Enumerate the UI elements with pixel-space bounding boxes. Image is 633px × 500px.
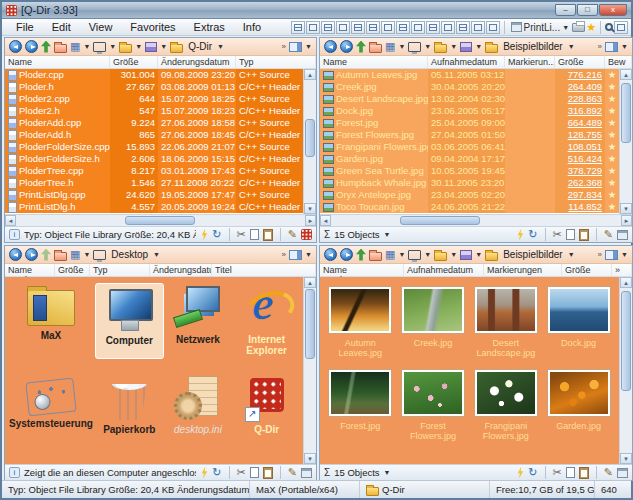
scroll-up-icon[interactable]: ▲ — [620, 277, 632, 288]
scrollbar-thumb[interactable] — [621, 83, 631, 143]
table-row[interactable]: Oryx Antelope.jpg 23.04.2005 02:20 297.8… — [320, 189, 619, 201]
refresh-icon[interactable]: ↻ — [212, 467, 221, 478]
horizontal-scrollbar[interactable]: ◄ ► — [320, 214, 632, 226]
rename-icon[interactable]: ✎ — [604, 229, 613, 240]
paste-icon[interactable] — [263, 467, 273, 479]
column-header[interactable]: Aufnahmedatum — [428, 56, 505, 68]
column-header[interactable]: Name — [5, 56, 110, 68]
scroll-right-icon[interactable]: ► — [305, 215, 316, 226]
table-row[interactable]: PloderAdd.cpp 9.224 27.06.2009 18:58 C++… — [5, 117, 303, 129]
scroll-up-icon[interactable]: ▲ — [620, 69, 632, 80]
vertical-scrollbar[interactable]: ▲ ▼ — [619, 69, 632, 214]
back-icon[interactable] — [9, 40, 22, 53]
layout-button[interactable] — [291, 21, 305, 34]
column-header[interactable]: Name — [5, 264, 55, 276]
up-icon[interactable] — [41, 249, 51, 261]
forward-icon[interactable] — [340, 248, 353, 261]
view-menu-icon[interactable]: ▦ — [70, 41, 80, 52]
scroll-left-icon[interactable]: ◄ — [320, 215, 331, 226]
column-header[interactable]: Änderungsdatum — [158, 56, 236, 68]
vertical-scrollbar[interactable]: ▲ ▼ — [303, 277, 316, 464]
tools-menu-icon[interactable] — [145, 42, 157, 52]
chevron-down-icon[interactable]: ▼ — [450, 43, 457, 50]
up-icon[interactable] — [41, 41, 51, 53]
thumbnail-item[interactable]: Dock.jpg — [542, 287, 615, 358]
column-header[interactable]: Typ — [236, 56, 316, 68]
chevron-down-icon[interactable]: ▼ — [568, 43, 575, 50]
cut-icon[interactable]: ✂ — [237, 467, 246, 478]
menu-item[interactable]: Favorites — [122, 20, 183, 34]
copy-icon[interactable] — [566, 467, 575, 478]
thumbnail-item[interactable]: Desert Landscape.jpg — [470, 287, 543, 358]
table-row[interactable]: Forest.jpg 25.04.2005 09:00 664.489 ★ — [320, 117, 619, 129]
quick-actions-icon[interactable] — [516, 467, 524, 479]
table-row[interactable]: Autumn Leaves.jpg 05.11.2005 03:12 776.2… — [320, 69, 619, 81]
back-icon[interactable] — [324, 248, 337, 261]
chevron-down-icon[interactable]: ▼ — [109, 43, 116, 50]
desktop-item[interactable]: Computer — [95, 283, 164, 359]
scroll-down-icon[interactable]: ▼ — [304, 203, 316, 214]
vertical-scrollbar[interactable]: ▲ ▼ — [303, 69, 316, 214]
column-header[interactable]: Bew — [605, 56, 632, 68]
chevron-down-icon[interactable]: ▼ — [621, 43, 628, 50]
overflow-chevron-icon[interactable]: » — [598, 42, 602, 51]
copy-icon[interactable] — [250, 467, 259, 478]
computer-menu-icon[interactable] — [408, 250, 421, 260]
chevron-down-icon[interactable]: ▼ — [424, 43, 431, 50]
table-row[interactable]: Ploder2.cpp 644 15.07.2009 18:25 C++ Sou… — [5, 93, 303, 105]
scrollbar-thumb[interactable] — [305, 119, 315, 157]
computer-menu-icon[interactable] — [408, 42, 421, 52]
up-icon[interactable] — [356, 249, 366, 261]
table-row[interactable]: PrintListDlg.h 4.557 20.05.2009 19:24 C/… — [5, 201, 303, 213]
pane-switch-icon[interactable] — [289, 250, 302, 260]
pane-switch-icon[interactable] — [605, 42, 618, 52]
rename-icon[interactable]: ✎ — [604, 467, 613, 478]
computer-menu-icon[interactable] — [93, 42, 106, 52]
layout-button[interactable] — [306, 21, 320, 34]
desktop-item[interactable]: Internet Explorer — [232, 283, 301, 359]
table-row[interactable]: Green Sea Turtle.jpg 10.05.2005 19:45 37… — [320, 165, 619, 177]
view-menu-icon[interactable]: ▦ — [70, 249, 80, 260]
table-row[interactable]: Ploder.h 27.667 03.08.2009 01:13 C/C++ H… — [5, 81, 303, 93]
folder-menu-icon[interactable] — [434, 252, 447, 261]
view-menu-icon[interactable]: ▦ — [385, 249, 395, 260]
cut-icon[interactable]: ✂ — [553, 467, 562, 478]
printer-icon[interactable] — [572, 23, 585, 32]
layout-button[interactable] — [351, 21, 365, 34]
chevron-down-icon[interactable]: ▼ — [621, 251, 628, 258]
layout-button[interactable] — [366, 21, 380, 34]
layout-button[interactable] — [396, 21, 410, 34]
forward-icon[interactable] — [340, 40, 353, 53]
chevron-down-icon[interactable]: ▼ — [160, 43, 167, 50]
folder-history-icon[interactable] — [369, 252, 382, 261]
thumbnail-item[interactable]: Creek.jpg — [397, 287, 470, 358]
column-header[interactable]: Markierun... — [505, 56, 555, 68]
pane-switch-icon[interactable] — [289, 42, 302, 52]
chevron-down-icon[interactable]: ▼ — [475, 43, 482, 50]
column-header[interactable]: Größe — [555, 56, 605, 68]
up-icon[interactable] — [356, 41, 366, 53]
scroll-down-icon[interactable]: ▼ — [304, 453, 316, 464]
qdir-logo-icon[interactable] — [301, 229, 312, 240]
search-icon[interactable] — [605, 23, 613, 31]
chevron-down-icon[interactable]: ▼ — [305, 251, 312, 258]
desktop-item[interactable]: desktop.ini — [164, 373, 233, 438]
table-row[interactable]: Toco Toucan.jpg 24.06.2005 21:22 114.852… — [320, 201, 619, 213]
scroll-left-icon[interactable]: ◄ — [5, 215, 16, 226]
overflow-chevron-icon[interactable]: » — [598, 250, 602, 259]
thumbnail-item[interactable]: Garden.jpg — [542, 370, 615, 441]
table-row[interactable]: PloderFolderSize.h 2.606 18.06.2009 15:1… — [5, 153, 303, 165]
desktop-item[interactable]: Systemsteuerung — [7, 373, 95, 438]
thumbnail-item[interactable]: Forest.jpg — [324, 370, 397, 441]
refresh-icon[interactable]: ↻ — [528, 467, 537, 478]
refresh-icon[interactable]: ↻ — [212, 229, 221, 240]
scroll-right-icon[interactable]: ► — [621, 215, 632, 226]
chevron-down-icon[interactable]: ▼ — [83, 43, 90, 50]
table-row[interactable]: PloderAdd.h 865 27.06.2009 18:45 C/C++ H… — [5, 129, 303, 141]
copy-icon[interactable] — [250, 229, 259, 240]
chevron-down-icon[interactable]: ▼ — [475, 251, 482, 258]
address-path[interactable]: Desktop — [109, 249, 150, 260]
table-row[interactable]: Ploder.cpp 301.004 09.08.2009 23:20 C++ … — [5, 69, 303, 81]
object-count[interactable]: 15 Objects — [334, 467, 379, 478]
layout-button[interactable] — [336, 21, 350, 34]
